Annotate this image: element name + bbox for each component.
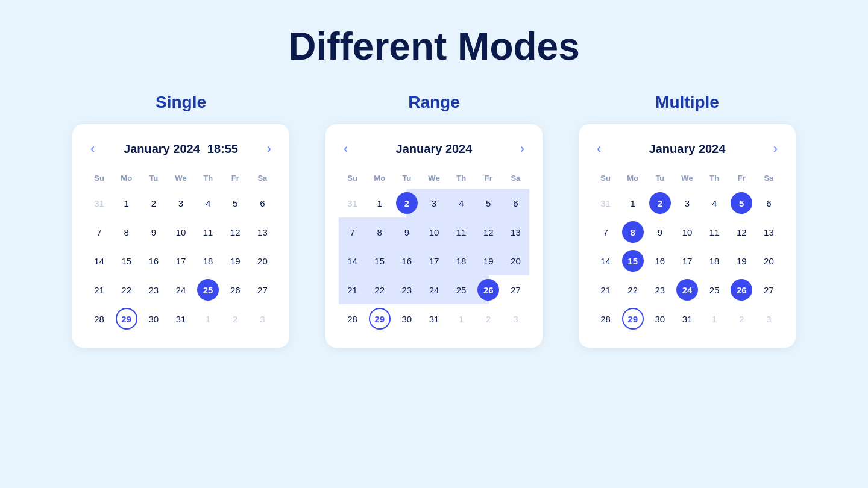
calendar-day[interactable]: 31: [86, 189, 113, 217]
calendar-day[interactable]: 14: [86, 246, 113, 275]
calendar-day[interactable]: 18: [701, 246, 728, 275]
next-month-button[interactable]: [769, 139, 782, 159]
calendar-day[interactable]: 31: [339, 189, 366, 217]
calendar-day[interactable]: 13: [249, 217, 276, 246]
calendar-day[interactable]: 25: [701, 275, 728, 304]
calendar-day[interactable]: 31: [673, 304, 700, 333]
calendar-day[interactable]: 29: [113, 304, 140, 333]
calendar-day[interactable]: 2: [475, 304, 502, 333]
calendar-day[interactable]: 10: [673, 217, 700, 246]
calendar-day[interactable]: 12: [475, 217, 502, 246]
calendar-day[interactable]: 23: [140, 275, 167, 304]
calendar-day[interactable]: 7: [339, 217, 366, 246]
calendar-day[interactable]: 11: [195, 217, 222, 246]
calendar-day[interactable]: 24: [167, 275, 194, 304]
calendar-day[interactable]: 18: [448, 246, 475, 275]
calendar-day[interactable]: 4: [195, 189, 222, 217]
calendar-day[interactable]: 1: [366, 189, 393, 217]
calendar-day[interactable]: 27: [249, 275, 276, 304]
calendar-day[interactable]: 26: [475, 275, 502, 304]
calendar-day[interactable]: 15: [113, 246, 140, 275]
calendar-day[interactable]: 12: [728, 217, 755, 246]
calendar-day[interactable]: 28: [592, 304, 619, 333]
calendar-day[interactable]: 2: [222, 304, 249, 333]
calendar-day[interactable]: 2: [728, 304, 755, 333]
calendar-day[interactable]: 8: [619, 217, 646, 246]
calendar-day[interactable]: 2: [140, 189, 167, 217]
calendar-day[interactable]: 19: [475, 246, 502, 275]
calendar-day[interactable]: 3: [249, 304, 276, 333]
calendar-day[interactable]: 29: [366, 304, 393, 333]
calendar-day[interactable]: 30: [646, 304, 673, 333]
calendar-day[interactable]: 31: [592, 189, 619, 217]
calendar-day[interactable]: 3: [420, 189, 447, 217]
calendar-day[interactable]: 9: [140, 217, 167, 246]
calendar-day[interactable]: 5: [475, 189, 502, 217]
calendar-day[interactable]: 3: [167, 189, 194, 217]
calendar-day[interactable]: 11: [701, 217, 728, 246]
calendar-day[interactable]: 24: [673, 275, 700, 304]
calendar-day[interactable]: 31: [420, 304, 447, 333]
calendar-day[interactable]: 6: [755, 189, 782, 217]
calendar-day[interactable]: 20: [249, 246, 276, 275]
calendar-day[interactable]: 1: [701, 304, 728, 333]
calendar-day[interactable]: 3: [755, 304, 782, 333]
calendar-day[interactable]: 3: [673, 189, 700, 217]
calendar-day[interactable]: 25: [195, 275, 222, 304]
calendar-day[interactable]: 8: [113, 217, 140, 246]
calendar-day[interactable]: 13: [502, 217, 529, 246]
calendar-day[interactable]: 1: [619, 189, 646, 217]
calendar-day[interactable]: 28: [86, 304, 113, 333]
calendar-day[interactable]: 19: [728, 246, 755, 275]
next-month-button[interactable]: [262, 139, 276, 159]
calendar-day[interactable]: 21: [592, 275, 619, 304]
calendar-day[interactable]: 20: [755, 246, 782, 275]
calendar-day[interactable]: 7: [86, 217, 113, 246]
calendar-day[interactable]: 5: [728, 189, 755, 217]
calendar-day[interactable]: 9: [393, 217, 420, 246]
calendar-day[interactable]: 23: [393, 275, 420, 304]
calendar-day[interactable]: 11: [448, 217, 475, 246]
calendar-day[interactable]: 20: [502, 246, 529, 275]
calendar-day[interactable]: 27: [755, 275, 782, 304]
calendar-day[interactable]: 6: [502, 189, 529, 217]
calendar-day[interactable]: 15: [619, 246, 646, 275]
calendar-day[interactable]: 28: [339, 304, 366, 333]
calendar-day[interactable]: 25: [448, 275, 475, 304]
calendar-day[interactable]: 10: [420, 217, 447, 246]
calendar-day[interactable]: 15: [366, 246, 393, 275]
calendar-day[interactable]: 17: [673, 246, 700, 275]
calendar-day[interactable]: 2: [393, 189, 420, 217]
calendar-day[interactable]: 26: [728, 275, 755, 304]
calendar-day[interactable]: 30: [393, 304, 420, 333]
calendar-day[interactable]: 5: [222, 189, 249, 217]
calendar-day[interactable]: 1: [195, 304, 222, 333]
calendar-day[interactable]: 4: [701, 189, 728, 217]
calendar-day[interactable]: 9: [646, 217, 673, 246]
calendar-day[interactable]: 26: [222, 275, 249, 304]
calendar-day[interactable]: 17: [167, 246, 194, 275]
calendar-day[interactable]: 16: [393, 246, 420, 275]
calendar-day[interactable]: 30: [140, 304, 167, 333]
calendar-day[interactable]: 24: [420, 275, 447, 304]
calendar-day[interactable]: 8: [366, 217, 393, 246]
calendar-day[interactable]: 17: [420, 246, 447, 275]
calendar-day[interactable]: 16: [140, 246, 167, 275]
calendar-day[interactable]: 10: [167, 217, 194, 246]
calendar-day[interactable]: 14: [339, 246, 366, 275]
calendar-day[interactable]: 3: [502, 304, 529, 333]
prev-month-button[interactable]: [339, 139, 353, 159]
calendar-day[interactable]: 16: [646, 246, 673, 275]
calendar-day[interactable]: 13: [755, 217, 782, 246]
calendar-day[interactable]: 14: [592, 246, 619, 275]
calendar-day[interactable]: 22: [366, 275, 393, 304]
calendar-day[interactable]: 31: [167, 304, 194, 333]
calendar-day[interactable]: 2: [646, 189, 673, 217]
calendar-day[interactable]: 4: [448, 189, 475, 217]
calendar-day[interactable]: 23: [646, 275, 673, 304]
calendar-day[interactable]: 19: [222, 246, 249, 275]
calendar-day[interactable]: 18: [195, 246, 222, 275]
prev-month-button[interactable]: [86, 139, 99, 159]
calendar-day[interactable]: 1: [113, 189, 140, 217]
prev-month-button[interactable]: [592, 139, 606, 159]
